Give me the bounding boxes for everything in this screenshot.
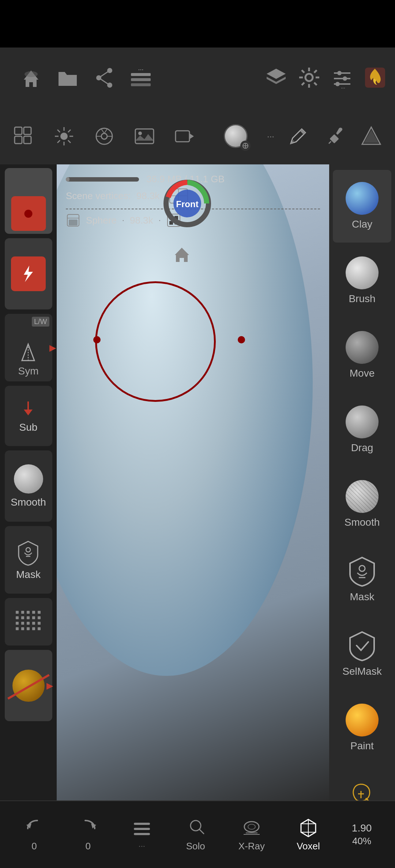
svg-rect-40: [135, 129, 154, 144]
menu-button[interactable]: ···: [131, 818, 153, 851]
undo-button[interactable]: 0: [23, 818, 45, 852]
solo-button[interactable]: Solo: [185, 818, 207, 852]
share-icon[interactable]: [91, 65, 117, 91]
aperture-icon[interactable]: [91, 123, 117, 149]
mask-left-block[interactable]: Mask: [5, 526, 52, 594]
tool-smooth[interactable]: Smooth: [333, 468, 391, 541]
stroke-block[interactable]: [5, 238, 52, 309]
tool-paint[interactable]: Paint: [333, 691, 391, 764]
tool-mask[interactable]: Mask: [333, 542, 391, 615]
sub-label: Sub: [19, 422, 38, 433]
svg-marker-43: [189, 133, 194, 139]
svg-rect-42: [176, 131, 189, 142]
home-icon[interactable]: [18, 65, 44, 91]
layers-icon[interactable]: [263, 65, 289, 91]
triangle-icon[interactable]: [358, 123, 384, 149]
svg-rect-90: [27, 627, 30, 630]
sub-block[interactable]: Sub: [5, 386, 52, 446]
svg-rect-100: [134, 833, 150, 835]
memory-bar: [66, 177, 139, 182]
xray-label: X-Ray: [238, 841, 265, 852]
svg-rect-80: [27, 616, 30, 619]
view-compass[interactable]: Front: [161, 177, 214, 230]
svg-point-71: [26, 548, 30, 552]
eyedropper-icon[interactable]: [322, 123, 347, 149]
home-button[interactable]: [172, 245, 192, 265]
tool-clay-label: Clay: [352, 218, 372, 230]
svg-point-16: [337, 71, 342, 75]
svg-rect-73: [16, 611, 19, 614]
brush-color-inner[interactable]: [11, 196, 46, 231]
svg-marker-70: [24, 410, 33, 415]
undo-label: 0: [31, 841, 37, 852]
svg-line-37: [104, 129, 107, 133]
smooth-left-label: Smooth: [11, 496, 46, 508]
voxel-button[interactable]: Voxel: [297, 818, 320, 852]
grid-icon[interactable]: [11, 123, 37, 149]
svg-rect-99: [134, 828, 150, 830]
menu-label: ···: [139, 841, 145, 851]
svg-point-25: [60, 133, 68, 140]
brush-dot: [25, 210, 33, 218]
svg-text:···: ···: [341, 85, 345, 90]
scene-vertices: 98.3k: [130, 215, 153, 226]
solo-label: Solo: [186, 841, 205, 852]
svg-rect-74: [21, 611, 24, 614]
toolbar2-right: ···: [223, 123, 384, 149]
svg-point-93: [359, 566, 365, 571]
svg-rect-85: [27, 622, 30, 625]
svg-rect-77: [38, 611, 41, 614]
svg-point-12: [305, 74, 313, 81]
expand-arrow-icon: ▶: [49, 343, 56, 353]
dots-block[interactable]: [5, 598, 52, 646]
svg-rect-22: [24, 127, 31, 134]
svg-rect-75: [27, 611, 30, 614]
svg-line-30: [57, 130, 60, 132]
image-icon[interactable]: [132, 123, 157, 149]
svg-rect-89: [21, 627, 24, 630]
pen-icon[interactable]: [285, 123, 311, 149]
memory-fill: [66, 177, 69, 182]
sun-icon[interactable]: [51, 123, 77, 149]
video-icon[interactable]: [172, 123, 198, 149]
sliders-icon[interactable]: ···: [329, 65, 355, 91]
svg-text:Front: Front: [176, 199, 198, 209]
layers-add-icon[interactable]: ···: [128, 65, 154, 91]
paint-ball-block[interactable]: ▶: [5, 650, 52, 721]
toolbar-secondary: ···: [0, 108, 395, 164]
svg-rect-79: [21, 616, 24, 619]
scene-name: Sphere: [86, 215, 117, 226]
svg-point-41: [138, 132, 142, 135]
svg-rect-92: [38, 627, 41, 630]
xray-button[interactable]: X-Ray: [238, 818, 265, 852]
redo-button[interactable]: 0: [77, 818, 99, 852]
smooth-left-block[interactable]: Smooth: [5, 450, 52, 522]
folder-icon[interactable]: [55, 65, 80, 91]
svg-rect-57: [69, 220, 78, 225]
svg-line-4: [99, 71, 110, 78]
viewport[interactable]: [57, 164, 329, 804]
svg-rect-24: [24, 136, 31, 144]
tool-brush-label: Brush: [349, 293, 375, 305]
brush-color-block[interactable]: [5, 168, 52, 234]
tool-selmask[interactable]: SelMask: [333, 617, 391, 689]
svg-rect-91: [32, 627, 35, 630]
lightning-inner[interactable]: [11, 256, 46, 291]
svg-point-18: [335, 82, 340, 86]
tool-drag[interactable]: Drag: [333, 393, 391, 466]
settings-icon[interactable]: [296, 65, 322, 91]
dot-right: [238, 336, 245, 343]
tool-move[interactable]: Move: [333, 319, 391, 392]
vertices-value: 98.3k: [136, 190, 160, 202]
fire-icon[interactable]: [362, 65, 388, 91]
tool-brush[interactable]: Brush: [333, 244, 391, 317]
zoom-percent: 40%: [352, 835, 371, 847]
tool-mask-label: Mask: [350, 591, 375, 603]
matcap-sphere-icon[interactable]: [223, 123, 249, 149]
dot-left: [93, 336, 101, 343]
zoom-display: 1.90 40%: [352, 822, 372, 847]
sym-block[interactable]: L/W ▶ Sym: [5, 314, 52, 381]
tool-clay[interactable]: Clay: [333, 170, 391, 243]
brush-circle: [95, 281, 216, 402]
svg-point-35: [101, 133, 107, 139]
